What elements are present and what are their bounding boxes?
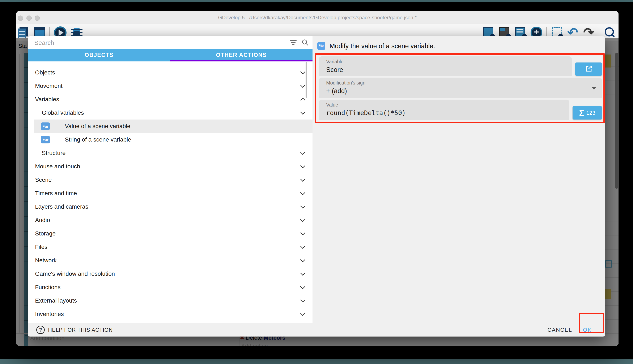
list-item-label: Mouse and touch — [35, 163, 80, 170]
list-scrollbar[interactable] — [305, 62, 307, 98]
list-item-label: Value of a scene variable — [65, 123, 130, 130]
value-field-value[interactable]: round(TimeDelta()*50) — [326, 109, 406, 116]
chevron-down-icon — [300, 284, 305, 289]
list-item-network[interactable]: Network — [28, 254, 312, 267]
desktop-background-bottom — [0, 360, 633, 364]
list-item-mouse-and-touch[interactable]: Mouse and touch — [28, 160, 312, 173]
list-item-label: Variables — [35, 96, 59, 103]
chevron-down-icon — [300, 110, 305, 115]
list-item-label: Files — [35, 244, 48, 250]
search-row — [28, 36, 312, 49]
modification-sign-select[interactable]: Modification's sign + (add) — [319, 78, 602, 98]
variable-icon: Var — [41, 122, 50, 130]
list-item-storage[interactable]: Storage — [28, 227, 312, 240]
value-field-label: Value — [326, 102, 338, 108]
list-item-string-of-a-scene-variable[interactable]: VarString of a scene variable — [28, 133, 312, 146]
list-item-inventories[interactable]: Inventories — [28, 308, 312, 321]
list-item-structure[interactable]: Structure — [28, 146, 312, 160]
project-manager-icon[interactable] — [18, 26, 29, 39]
list-item-label: Layers and cameras — [35, 204, 88, 210]
search-input[interactable] — [34, 38, 282, 48]
list-item-external-layouts[interactable]: External layouts — [28, 294, 312, 308]
dialog-footer: ? HELP FOR THIS ACTION CANCEL OK — [28, 323, 605, 336]
sigma-icon: Σ — [579, 108, 584, 117]
list-item-label: Functions — [35, 284, 61, 290]
chevron-down-icon — [300, 311, 305, 316]
list-item-timers-and-time[interactable]: Timers and time — [28, 186, 312, 200]
value-field[interactable]: Value round(TimeDelta()*50) — [319, 100, 569, 120]
expression-builder-button[interactable]: Σ 123 — [572, 106, 602, 120]
sign-field-value[interactable]: + (add) — [326, 87, 347, 95]
list-item-game-s-window-and-resolution[interactable]: Game's window and resolution — [28, 267, 312, 280]
list-item-label: Game's window and resolution — [35, 270, 115, 277]
list-item-scene[interactable]: Scene — [28, 173, 312, 186]
numeric-badge: 123 — [586, 110, 595, 116]
chevron-down-icon — [300, 177, 305, 182]
window-title: GDevelop 5 - /Users/dkarakay/Documents/G… — [16, 11, 618, 24]
chevron-up-icon — [300, 98, 305, 102]
ok-button[interactable]: OK — [583, 323, 592, 336]
cancel-button[interactable]: CANCEL — [548, 323, 572, 336]
variable-field[interactable]: Variable Score — [319, 56, 572, 76]
list-item-objects[interactable]: Objects — [28, 66, 312, 79]
list-item-movement[interactable]: Movement — [28, 79, 312, 93]
chevron-down-icon — [300, 190, 305, 195]
action-editor-dialog: OBJECTS OTHER ACTIONS ObjectsMovementVar… — [28, 36, 605, 336]
chevron-down-icon — [300, 298, 305, 302]
help-label: HELP FOR THIS ACTION — [48, 327, 113, 333]
search-icon[interactable] — [301, 39, 309, 47]
chevron-down-icon — [300, 163, 305, 168]
chevron-down-icon — [300, 204, 305, 209]
variable-field-value[interactable]: Score — [326, 66, 343, 74]
sign-field-label: Modification's sign — [326, 80, 365, 86]
tab-objects[interactable]: OBJECTS — [28, 49, 170, 62]
tab-other-actions[interactable]: OTHER ACTIONS — [170, 49, 312, 62]
chevron-down-icon — [300, 70, 305, 74]
list-item-label: Timers and time — [35, 190, 77, 197]
chevron-down-icon — [300, 230, 305, 236]
title-bar: GDevelop 5 - /Users/dkarakay/Documents/G… — [16, 11, 618, 24]
list-item-variables[interactable]: Variables — [28, 93, 312, 106]
dialog-title: Modify the value of a scene variable. — [330, 42, 435, 50]
list-item-audio[interactable]: Audio — [28, 214, 312, 227]
list-item-label: Objects — [35, 69, 55, 76]
list-item-functions[interactable]: Functions — [28, 280, 312, 294]
action-category-list: ObjectsMovementVariablesGlobal variables… — [28, 62, 312, 323]
list-item-label: Network — [35, 257, 57, 264]
open-variables-editor-button[interactable] — [575, 62, 602, 76]
list-item-label: Global variables — [42, 110, 84, 116]
chevron-down-icon — [300, 150, 305, 155]
list-item-files[interactable]: Files — [28, 240, 312, 254]
list-item-global-variables[interactable]: Global variables — [28, 106, 312, 120]
dropdown-arrow-icon[interactable] — [592, 87, 596, 90]
gdevelop-window: GDevelop 5 - /Users/dkarakay/Documents/G… — [16, 11, 618, 346]
list-item-label: Audio — [35, 217, 50, 224]
variable-action-icon: Var — [317, 42, 325, 50]
list-item-label: Movement — [35, 82, 63, 89]
filter-icon[interactable] — [290, 40, 297, 45]
chevron-down-icon — [300, 271, 305, 276]
list-item-layers-and-cameras[interactable]: Layers and cameras — [28, 200, 312, 214]
chevron-down-icon — [300, 83, 305, 88]
action-chooser-panel: OBJECTS OTHER ACTIONS ObjectsMovementVar… — [28, 36, 312, 323]
variable-field-label: Variable — [326, 59, 344, 64]
search-toolbar-icon[interactable] — [603, 26, 615, 39]
list-item-label: String of a scene variable — [65, 136, 131, 143]
list-item-label: External layouts — [35, 297, 77, 304]
help-button[interactable]: ? HELP FOR THIS ACTION — [36, 323, 113, 336]
chevron-down-icon — [300, 257, 305, 262]
variable-icon: Var — [41, 136, 50, 144]
list-item-label: Storage — [35, 230, 56, 237]
open-in-new-icon — [584, 64, 593, 74]
list-item-label: Structure — [42, 150, 66, 156]
help-icon: ? — [36, 326, 45, 334]
chevron-down-icon — [300, 244, 305, 249]
list-item-label: Scene — [35, 176, 52, 183]
list-item-value-of-a-scene-variable[interactable]: VarValue of a scene variable — [34, 120, 312, 133]
chevron-down-icon — [300, 217, 305, 222]
dialog-tab-bar: OBJECTS OTHER ACTIONS — [28, 49, 312, 62]
list-item-label: Inventories — [35, 311, 64, 318]
